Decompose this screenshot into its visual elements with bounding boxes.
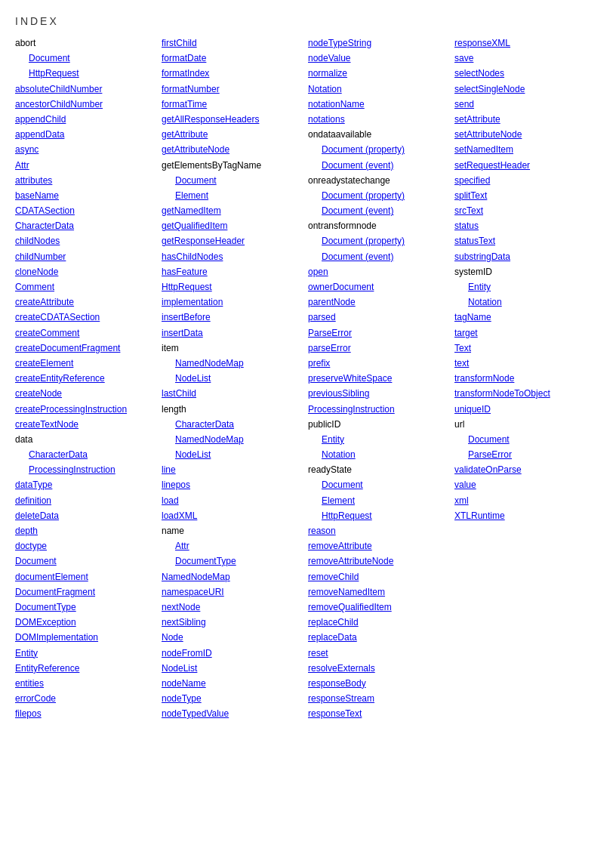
index-link[interactable]: XTLRuntime	[454, 509, 595, 523]
index-link[interactable]: ProcessingInstruction	[308, 402, 448, 417]
index-link[interactable]: createElement	[15, 356, 156, 371]
index-link[interactable]: ProcessingInstruction	[15, 463, 156, 477]
index-link[interactable]: createTextNode	[15, 418, 156, 432]
index-link[interactable]: nodeTypeString	[308, 36, 448, 51]
index-link[interactable]: CDATASection	[15, 204, 156, 218]
index-link[interactable]: Node	[162, 631, 302, 645]
index-link[interactable]: statusText	[454, 234, 595, 248]
index-link[interactable]: formatTime	[162, 97, 302, 112]
index-link[interactable]: Document (event)	[308, 204, 448, 218]
index-link[interactable]: createAttribute	[15, 295, 156, 310]
index-link[interactable]: CharacterData	[15, 219, 156, 233]
index-link[interactable]: cloneNode	[15, 265, 156, 279]
index-link[interactable]: hasChildNodes	[162, 250, 302, 264]
index-link[interactable]: transformNodeToObject	[454, 387, 595, 401]
index-link[interactable]: open	[308, 265, 448, 279]
index-link[interactable]: NamedNodeMap	[162, 433, 302, 447]
index-link[interactable]: NamedNodeMap	[162, 356, 302, 371]
index-link[interactable]: Entity	[15, 646, 156, 661]
index-link[interactable]: nextSibling	[162, 615, 302, 630]
index-link[interactable]: NodeList	[162, 448, 302, 462]
index-link[interactable]: baseName	[15, 189, 156, 203]
index-link[interactable]: ParseError	[454, 448, 595, 462]
index-link[interactable]: preserveWhiteSpace	[308, 372, 448, 386]
index-link[interactable]: selectNodes	[454, 66, 595, 81]
index-link[interactable]: prefix	[308, 356, 448, 371]
index-link[interactable]: removeNamedItem	[308, 585, 448, 600]
index-link[interactable]: createNode	[15, 387, 156, 401]
index-link[interactable]: line	[162, 463, 302, 477]
index-link[interactable]: removeQualifiedItem	[308, 600, 448, 615]
index-link[interactable]: responseXML	[454, 36, 595, 51]
index-link[interactable]: loadXML	[162, 509, 302, 523]
index-link[interactable]: responseStream	[308, 692, 448, 706]
index-link[interactable]: nodeValue	[308, 51, 448, 66]
index-link[interactable]: attributes	[15, 174, 156, 188]
index-link[interactable]: Text	[454, 341, 595, 356]
index-link[interactable]: errorCode	[15, 692, 156, 706]
index-link[interactable]: DocumentFragment	[15, 585, 156, 600]
index-link[interactable]: getAttribute	[162, 128, 302, 142]
index-link[interactable]: linepos	[162, 478, 302, 492]
index-link[interactable]: absoluteChildNumber	[15, 82, 156, 97]
index-link[interactable]: srcText	[454, 204, 595, 218]
index-link[interactable]: lastChild	[162, 387, 302, 401]
index-link[interactable]: NamedNodeMap	[162, 570, 302, 584]
index-link[interactable]: Document	[15, 554, 156, 569]
index-link[interactable]: reason	[308, 524, 448, 538]
index-link[interactable]: text	[454, 356, 595, 371]
index-link[interactable]: createProcessingInstruction	[15, 402, 156, 417]
index-link[interactable]: HttpRequest	[308, 509, 448, 523]
index-link[interactable]: formatIndex	[162, 66, 302, 81]
index-link[interactable]: target	[454, 326, 595, 341]
index-link[interactable]: Document (property)	[308, 143, 448, 157]
index-link[interactable]: nodeName	[162, 677, 302, 691]
index-link[interactable]: NodeList	[162, 661, 302, 676]
index-link[interactable]: getResponseHeader	[162, 234, 302, 248]
index-link[interactable]: formatNumber	[162, 82, 302, 97]
index-link[interactable]: parseError	[308, 341, 448, 356]
index-link[interactable]: HttpRequest	[15, 66, 156, 81]
index-link[interactable]: replaceChild	[308, 615, 448, 630]
index-link[interactable]: deleteData	[15, 509, 156, 523]
index-link[interactable]: setAttribute	[454, 113, 595, 127]
index-link[interactable]: reset	[308, 646, 448, 661]
index-link[interactable]: createDocumentFragment	[15, 341, 156, 356]
index-link[interactable]: childNumber	[15, 250, 156, 264]
index-link[interactable]: validateOnParse	[454, 463, 595, 477]
index-link[interactable]: Document (property)	[308, 234, 448, 248]
index-link[interactable]: value	[454, 478, 595, 492]
index-link[interactable]: getNamedItem	[162, 204, 302, 218]
index-link[interactable]: appendData	[15, 128, 156, 142]
index-link[interactable]: Document (event)	[308, 159, 448, 173]
index-link[interactable]: specified	[454, 174, 595, 188]
index-link[interactable]: nodeType	[162, 692, 302, 706]
index-link[interactable]: normalize	[308, 66, 448, 81]
index-link[interactable]: insertData	[162, 326, 302, 341]
index-link[interactable]: Comment	[15, 280, 156, 294]
index-link[interactable]: Element	[162, 189, 302, 203]
index-link[interactable]: ParseError	[308, 326, 448, 341]
index-link[interactable]: nodeFromID	[162, 646, 302, 661]
index-link[interactable]: CharacterData	[162, 418, 302, 432]
index-link[interactable]: NodeList	[162, 372, 302, 386]
index-link[interactable]: previousSibling	[308, 387, 448, 401]
index-link[interactable]: implementation	[162, 295, 302, 310]
index-link[interactable]: createEntityReference	[15, 372, 156, 386]
index-link[interactable]: notations	[308, 113, 448, 127]
index-link[interactable]: DOMImplementation	[15, 631, 156, 645]
index-link[interactable]: nextNode	[162, 600, 302, 615]
index-link[interactable]: responseText	[308, 707, 448, 721]
index-link[interactable]: documentElement	[15, 570, 156, 584]
index-link[interactable]: substringData	[454, 250, 595, 264]
index-link[interactable]: nodeTypedValue	[162, 707, 302, 721]
index-link[interactable]: doctype	[15, 539, 156, 554]
index-link[interactable]: Document (property)	[308, 189, 448, 203]
index-link[interactable]: createComment	[15, 326, 156, 341]
index-link[interactable]: uniqueID	[454, 402, 595, 417]
index-link[interactable]: async	[15, 143, 156, 157]
index-link[interactable]: status	[454, 219, 595, 233]
index-link[interactable]: hasFeature	[162, 265, 302, 279]
index-link[interactable]: setRequestHeader	[454, 159, 595, 173]
index-link[interactable]: parentNode	[308, 295, 448, 310]
